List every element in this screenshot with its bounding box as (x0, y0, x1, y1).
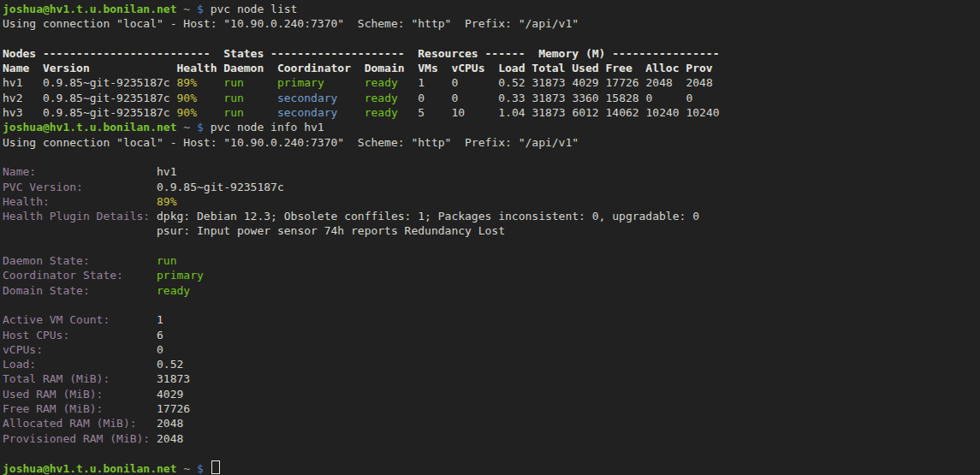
spacer (90, 254, 157, 267)
cell-daemon: run (223, 76, 243, 89)
spacer (190, 3, 197, 15)
spacer (398, 106, 418, 119)
info-value: psur: Input power sensor 74h reports Red… (157, 224, 505, 237)
spacer (150, 210, 157, 223)
node-row-hv1: hv1 0.9.85~git-9235187c 89% run primary … (3, 75, 980, 90)
spacer (458, 92, 498, 104)
info-label: Health: (3, 195, 50, 208)
prompt-user-host: joshua@hv1.t.u.bonilan.net (3, 121, 177, 134)
cell-total: 31873 (532, 76, 565, 89)
cell-used: 3360 (572, 92, 598, 104)
cell-vms: 0 (418, 92, 425, 104)
spacer (69, 329, 157, 341)
info-value: 0.52 (157, 358, 183, 371)
spacer (398, 76, 418, 89)
cell-domain: ready (365, 92, 398, 104)
info-label: Free RAM (MiB): (3, 402, 103, 415)
spacer (43, 343, 157, 356)
table-group-header: Nodes ------------------------- States -… (3, 47, 719, 60)
spacer (599, 92, 606, 104)
prompt-cwd: ~ (183, 462, 190, 475)
info-line: Free RAM (MiB): 17726 (3, 401, 980, 416)
spacer (22, 76, 42, 89)
spacer (22, 106, 42, 119)
cell-domain: ready (365, 76, 398, 89)
prompt-symbol: $ (197, 462, 204, 475)
spacer (123, 269, 157, 282)
prompt-line: joshua@hv1.t.u.bonilan.net ~ $ pvc node … (3, 120, 980, 134)
cell-free: 14062 (606, 106, 639, 119)
spacer (83, 181, 157, 193)
cell-coordinator: primary (277, 76, 324, 89)
cell-used: 4029 (572, 76, 598, 89)
spacer (36, 358, 157, 371)
cell-version: 0.9.85~git-9235187c (43, 76, 170, 89)
cell-coordinator: secondary (277, 92, 337, 104)
spacer (50, 195, 157, 208)
cell-version: 0.9.85~git-9235187c (43, 106, 170, 119)
cell-coordinator: secondary (277, 106, 337, 119)
cell-name: hv1 (3, 76, 22, 89)
cell-vms: 5 (418, 106, 425, 119)
prompt-cwd: ~ (183, 121, 190, 134)
info-value: 0 (157, 343, 163, 356)
spacer (244, 92, 277, 104)
connection-line: Using connection "local" - Host: "10.90.… (3, 16, 980, 31)
info-value: 2048 (157, 417, 183, 430)
cell-vms: 1 (418, 76, 425, 89)
spacer (337, 92, 364, 104)
terminal-cursor (211, 460, 220, 474)
info-line: Provisioned RAM (MiB): 2048 (3, 431, 980, 446)
spacer (652, 92, 686, 104)
info-line: Coordinator State: primary (3, 268, 980, 282)
blank-line (3, 239, 980, 253)
cell-free: 15828 (606, 92, 639, 104)
spacer (197, 106, 223, 119)
prompt-cwd: ~ (183, 3, 190, 15)
cell-name: hv3 (3, 106, 22, 119)
spacer (425, 76, 451, 89)
blank-space (3, 447, 9, 460)
blank-line (3, 150, 980, 164)
spacer (170, 92, 177, 104)
info-line: PVC Version: 0.9.85~git-9235187c (3, 180, 980, 194)
connection-text: Using connection "local" - Host: "10.90.… (3, 17, 579, 30)
cell-daemon: run (223, 92, 243, 104)
info-value: 0.9.85~git-9235187c (157, 181, 284, 193)
info-value: ready (157, 284, 190, 297)
spacer (170, 106, 177, 119)
prompt-symbol: $ (197, 3, 204, 15)
spacer (90, 284, 157, 297)
cell-alloc: 10240 (645, 106, 679, 119)
spacer (673, 76, 686, 89)
info-value: 1 (157, 313, 163, 326)
info-label: Provisioned RAM (MiB): (3, 432, 150, 445)
command-text: pvc node list (204, 3, 298, 15)
cell-domain: ready (365, 106, 398, 119)
info-line: Daemon State: run (3, 253, 980, 268)
terminal-screen[interactable]: joshua@hv1.t.u.bonilan.net ~ $ pvc node … (0, 0, 980, 475)
node-row-hv2: hv2 0.9.85~git-9235187c 90% run secondar… (3, 91, 980, 105)
spacer (244, 106, 277, 119)
cell-prov: 10240 (686, 106, 719, 119)
spacer (204, 462, 211, 475)
blank-space (3, 151, 9, 163)
spacer (190, 462, 197, 475)
spacer (137, 417, 157, 430)
info-label: Coordinator State: (3, 269, 123, 282)
spacer (465, 106, 498, 119)
info-label: Health Plugin Details: (3, 210, 150, 223)
prompt-line: joshua@hv1.t.u.bonilan.net ~ $ (3, 460, 980, 475)
spacer (244, 76, 277, 89)
spacer (170, 76, 177, 89)
spacer (425, 92, 451, 104)
spacer (425, 106, 451, 119)
cell-name: hv2 (3, 92, 22, 104)
info-line: Allocated RAM (MiB): 2048 (3, 416, 980, 430)
spacer (110, 372, 157, 385)
info-value: 6 (157, 329, 163, 341)
cell-load: 0.52 (498, 76, 525, 89)
spacer (599, 106, 606, 119)
cell-daemon: run (223, 106, 243, 119)
cell-free: 17726 (606, 76, 639, 89)
